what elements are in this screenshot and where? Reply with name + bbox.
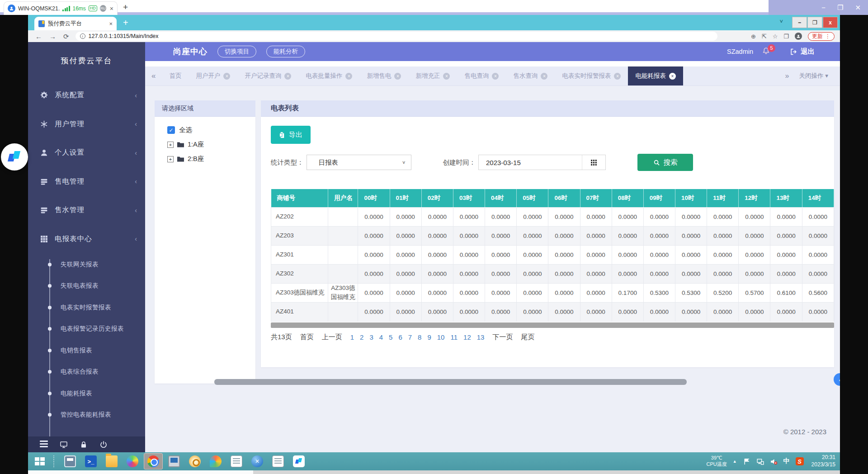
last-page-button[interactable]: 尾页 bbox=[521, 333, 534, 341]
page-horizontal-scrollbar[interactable] bbox=[214, 379, 687, 385]
sidebar-item-个人设置[interactable]: 个人设置‹ bbox=[28, 138, 145, 167]
logout-button[interactable]: 退出 bbox=[790, 47, 815, 57]
calendar-grid-icon[interactable] bbox=[582, 155, 605, 170]
close-window-icon[interactable]: ✕ bbox=[855, 4, 861, 11]
ime-indicator[interactable]: 中 bbox=[783, 457, 790, 465]
zoom-icon[interactable]: ⊕ bbox=[751, 33, 756, 39]
switch-project-button[interactable]: 切换项目 bbox=[217, 46, 256, 57]
tab-电能耗报表[interactable]: 电能耗报表× bbox=[628, 66, 683, 85]
gear-gold-icon[interactable] bbox=[186, 454, 204, 469]
sidebar-item-电报表中心[interactable]: 电报表中心‹ bbox=[28, 225, 145, 254]
tab-售水查询[interactable]: 售水查询× bbox=[506, 66, 555, 85]
notepad-icon[interactable] bbox=[227, 454, 245, 469]
page-number-11[interactable]: 11 bbox=[450, 333, 458, 341]
close-icon[interactable]: x bbox=[823, 17, 838, 28]
tree-node-1:A座[interactable]: +1:A座 bbox=[167, 140, 255, 149]
flag-icon[interactable] bbox=[743, 458, 750, 465]
close-session-icon[interactable]: × bbox=[110, 5, 113, 12]
back-icon[interactable]: ← bbox=[35, 33, 42, 40]
close-tab-icon[interactable]: × bbox=[345, 73, 352, 80]
browser-tab[interactable]: 预付费云平台 × bbox=[34, 17, 117, 30]
monitor-tool-icon[interactable] bbox=[165, 454, 183, 469]
search-button[interactable]: 搜索 bbox=[637, 154, 693, 171]
sidebar-item-系统配置[interactable]: 系统配置‹ bbox=[28, 81, 145, 110]
restore-icon[interactable]: ❐ bbox=[807, 17, 822, 28]
submenu-item-电销售报表[interactable]: 电销售报表 bbox=[28, 340, 145, 361]
expand-plus-icon[interactable]: + bbox=[167, 142, 174, 148]
submenu-item-失联网关报表[interactable]: 失联网关报表 bbox=[28, 254, 145, 275]
sidebar-item-用户管理[interactable]: 用户管理‹ bbox=[28, 110, 145, 139]
page-number-7[interactable]: 7 bbox=[408, 333, 412, 341]
tab-售电查询[interactable]: 售电查询× bbox=[457, 66, 506, 85]
cpu-temp-indicator[interactable]: 39℃CPU温度 bbox=[706, 455, 726, 468]
sogou-icon[interactable]: S bbox=[796, 457, 804, 465]
power-icon[interactable] bbox=[99, 441, 108, 449]
reading-list-icon[interactable]: ❐ bbox=[783, 33, 789, 39]
create-date-input[interactable] bbox=[479, 155, 582, 170]
menu-icon[interactable] bbox=[40, 441, 48, 449]
explorer-icon[interactable] bbox=[103, 454, 121, 469]
update-button[interactable]: 更新⋮ bbox=[808, 32, 835, 41]
sidebar-item-售水管理[interactable]: 售水管理‹ bbox=[28, 196, 145, 225]
submenu-item-电表综合报表[interactable]: 电表综合报表 bbox=[28, 361, 145, 383]
todesk-floating-ball[interactable] bbox=[1, 143, 28, 171]
tab-电表批量操作[interactable]: 电表批量操作× bbox=[298, 66, 359, 85]
page-number-3[interactable]: 3 bbox=[369, 333, 373, 341]
close-tab-icon[interactable]: × bbox=[541, 73, 547, 80]
network-icon[interactable] bbox=[756, 458, 764, 465]
info-icon[interactable]: i bbox=[80, 33, 85, 39]
close-tab-icon[interactable]: × bbox=[614, 73, 621, 80]
page-number-2[interactable]: 2 bbox=[360, 333, 363, 341]
close-tab-icon[interactable]: × bbox=[223, 73, 230, 80]
star-icon[interactable]: ☆ bbox=[773, 33, 778, 39]
page-number-6[interactable]: 6 bbox=[398, 333, 402, 341]
tab-首页[interactable]: 首页 bbox=[162, 66, 189, 85]
notification-bell-icon[interactable]: 5 bbox=[762, 47, 770, 57]
monitor-icon[interactable] bbox=[60, 441, 68, 449]
page-number-12[interactable]: 12 bbox=[463, 333, 471, 341]
todesk-icon[interactable] bbox=[290, 454, 308, 469]
tab-开户记录查询[interactable]: 开户记录查询× bbox=[237, 66, 298, 85]
sidebar-item-售电管理[interactable]: 售电管理‹ bbox=[28, 167, 145, 196]
speaker-muted-icon[interactable] bbox=[770, 458, 778, 465]
tab-新增售电[interactable]: 新增售电× bbox=[359, 66, 408, 85]
address-bar[interactable]: i 127.0.0.1:10315/Main/Index bbox=[75, 32, 717, 41]
notepad2-icon[interactable] bbox=[269, 454, 287, 469]
export-button[interactable]: 导出 bbox=[271, 126, 311, 144]
submenu-item-失联电表报表[interactable]: 失联电表报表 bbox=[28, 275, 145, 297]
chevron-down-icon[interactable]: ˅ bbox=[779, 18, 783, 25]
todesk-session-tab[interactable]: WIN-OQMSK21... 16ms HD RU × bbox=[4, 1, 118, 15]
clock[interactable]: 20:31 2023/3/15 bbox=[811, 454, 835, 468]
scroll-tabs-right-icon[interactable]: » bbox=[785, 72, 789, 80]
scroll-tabs-left-icon[interactable]: « bbox=[145, 66, 162, 85]
page-number-9[interactable]: 9 bbox=[427, 333, 431, 341]
colorful-app-icon[interactable] bbox=[207, 454, 225, 469]
more-icon[interactable]: ⋮ bbox=[825, 33, 830, 39]
new-session-icon[interactable]: + bbox=[123, 2, 128, 12]
minimize-icon[interactable]: − bbox=[792, 17, 807, 28]
tab-新增充正[interactable]: 新增充正× bbox=[408, 66, 457, 85]
submenu-item-电表报警记录历史报表[interactable]: 电表报警记录历史报表 bbox=[28, 318, 145, 340]
stat-type-select[interactable]: 日报表 ˅ bbox=[307, 155, 411, 170]
close-operations-dropdown[interactable]: 关闭操作 ▾ bbox=[799, 72, 828, 80]
tab-用户开户[interactable]: 用户开户× bbox=[189, 66, 237, 85]
forward-icon[interactable]: → bbox=[49, 33, 56, 40]
page-number-1[interactable]: 1 bbox=[350, 333, 354, 341]
username-label[interactable]: SZadmin bbox=[727, 48, 753, 55]
page-number-13[interactable]: 13 bbox=[477, 333, 485, 341]
close-tab-icon[interactable]: × bbox=[284, 73, 291, 80]
page-number-8[interactable]: 8 bbox=[418, 333, 421, 341]
close-tab-icon[interactable]: × bbox=[109, 20, 113, 27]
tab-电表实时报警报表[interactable]: 电表实时报警报表× bbox=[555, 66, 628, 85]
submenu-item-电能耗报表[interactable]: 电能耗报表 bbox=[28, 383, 145, 404]
restore-icon[interactable]: ❐ bbox=[837, 4, 843, 11]
start-button[interactable] bbox=[31, 452, 49, 470]
prev-page-button[interactable]: 上一页 bbox=[322, 333, 342, 341]
chevron-up-icon[interactable]: ▲ bbox=[733, 459, 737, 464]
page-number-4[interactable]: 4 bbox=[379, 333, 383, 341]
close-tab-icon[interactable]: × bbox=[443, 73, 450, 80]
server-manager-icon[interactable] bbox=[61, 454, 79, 469]
minimize-icon[interactable]: − bbox=[821, 4, 826, 11]
powershell-icon[interactable]: >_ bbox=[82, 454, 100, 469]
reload-icon[interactable]: ⟳ bbox=[63, 33, 69, 40]
